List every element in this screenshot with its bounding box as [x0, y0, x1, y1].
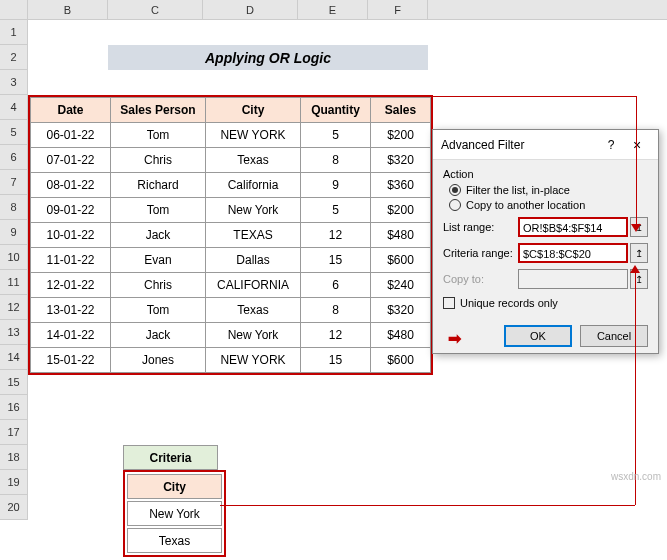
th-date[interactable]: Date — [31, 98, 111, 123]
row-header[interactable]: 14 — [0, 345, 27, 370]
select-all-cell[interactable] — [0, 0, 28, 19]
cell[interactable]: 5 — [301, 123, 371, 148]
cell[interactable]: 14-01-22 — [31, 323, 111, 348]
radio-filter-inplace[interactable]: Filter the list, in-place — [449, 184, 648, 196]
cell[interactable]: New York — [206, 198, 301, 223]
help-icon[interactable]: ? — [598, 138, 624, 152]
cell[interactable]: $320 — [371, 148, 431, 173]
close-icon[interactable]: × — [624, 137, 650, 153]
cell[interactable]: 10-01-22 — [31, 223, 111, 248]
list-range-input[interactable]: OR!$B$4:$F$14 — [518, 217, 628, 237]
unique-records-checkbox[interactable]: Unique records only — [443, 297, 648, 309]
th-city[interactable]: City — [206, 98, 301, 123]
dialog-titlebar[interactable]: Advanced Filter ? × — [433, 130, 658, 160]
cell[interactable]: Richard — [111, 173, 206, 198]
cell[interactable]: TEXAS — [206, 223, 301, 248]
row-header[interactable]: 9 — [0, 220, 27, 245]
row-header[interactable]: 13 — [0, 320, 27, 345]
data-table[interactable]: Date Sales Person City Quantity Sales 06… — [30, 97, 431, 373]
cell[interactable]: 8 — [301, 148, 371, 173]
criteria-value[interactable]: New York — [127, 501, 222, 526]
collapse-icon[interactable]: ↥ — [630, 243, 648, 263]
criteria-value[interactable]: Texas — [127, 528, 222, 553]
cancel-button[interactable]: Cancel — [580, 325, 648, 347]
cell[interactable]: 6 — [301, 273, 371, 298]
row-header[interactable]: 6 — [0, 145, 27, 170]
col-header-f[interactable]: F — [368, 0, 428, 19]
criteria-range-input[interactable]: $C$18:$C$20 — [518, 243, 628, 263]
cell[interactable]: Jack — [111, 223, 206, 248]
table-row[interactable]: 11-01-22EvanDallas15$600 — [31, 248, 431, 273]
cell[interactable]: Texas — [206, 298, 301, 323]
th-sales-person[interactable]: Sales Person — [111, 98, 206, 123]
table-row[interactable]: 15-01-22JonesNEW YORK15$600 — [31, 348, 431, 373]
row-header[interactable]: 11 — [0, 270, 27, 295]
cell[interactable]: 12 — [301, 223, 371, 248]
cell[interactable]: $200 — [371, 198, 431, 223]
criteria-header-city[interactable]: City — [127, 474, 222, 499]
cell[interactable]: 06-01-22 — [31, 123, 111, 148]
cell[interactable]: Jones — [111, 348, 206, 373]
cell[interactable]: Tom — [111, 198, 206, 223]
cell[interactable]: 08-01-22 — [31, 173, 111, 198]
radio-icon[interactable] — [449, 199, 461, 211]
row-header[interactable]: 10 — [0, 245, 27, 270]
row-header[interactable]: 5 — [0, 120, 27, 145]
cell[interactable]: $600 — [371, 348, 431, 373]
cell[interactable]: 8 — [301, 298, 371, 323]
cell[interactable]: $320 — [371, 298, 431, 323]
row-header[interactable]: 16 — [0, 395, 27, 420]
row-header[interactable]: 2 — [0, 45, 27, 70]
cell[interactable]: 15-01-22 — [31, 348, 111, 373]
cell[interactable]: $480 — [371, 223, 431, 248]
cell[interactable]: 5 — [301, 198, 371, 223]
cell[interactable]: $360 — [371, 173, 431, 198]
row-header[interactable]: 1 — [0, 20, 27, 45]
cell[interactable]: 12-01-22 — [31, 273, 111, 298]
table-row[interactable]: 08-01-22RichardCalifornia9$360 — [31, 173, 431, 198]
cell[interactable]: Dallas — [206, 248, 301, 273]
row-header[interactable]: 17 — [0, 420, 27, 445]
cell[interactable]: California — [206, 173, 301, 198]
table-row[interactable]: 10-01-22JackTEXAS12$480 — [31, 223, 431, 248]
table-row[interactable]: 12-01-22ChrisCALIFORNIA6$240 — [31, 273, 431, 298]
cell[interactable]: 12 — [301, 323, 371, 348]
table-row[interactable]: 13-01-22TomTexas8$320 — [31, 298, 431, 323]
cell[interactable]: CALIFORNIA — [206, 273, 301, 298]
col-header-b[interactable]: B — [28, 0, 108, 19]
cell[interactable]: 15 — [301, 348, 371, 373]
cell[interactable]: 15 — [301, 248, 371, 273]
cell[interactable]: Texas — [206, 148, 301, 173]
table-row[interactable]: 14-01-22JackNew York12$480 — [31, 323, 431, 348]
cell[interactable]: 09-01-22 — [31, 198, 111, 223]
radio-copy-location[interactable]: Copy to another location — [449, 199, 648, 211]
cell[interactable]: Chris — [111, 148, 206, 173]
th-sales[interactable]: Sales — [371, 98, 431, 123]
row-header[interactable]: 18 — [0, 445, 27, 470]
col-header-e[interactable]: E — [298, 0, 368, 19]
cell[interactable]: 07-01-22 — [31, 148, 111, 173]
cell[interactable]: $600 — [371, 248, 431, 273]
cell[interactable]: $200 — [371, 123, 431, 148]
cell[interactable]: $240 — [371, 273, 431, 298]
radio-icon[interactable] — [449, 184, 461, 196]
row-header[interactable]: 20 — [0, 495, 27, 520]
criteria-table[interactable]: City New York Texas — [125, 472, 224, 555]
table-row[interactable]: 06-01-22TomNEW YORK5$200 — [31, 123, 431, 148]
cell[interactable]: NEW YORK — [206, 348, 301, 373]
col-header-d[interactable]: D — [203, 0, 298, 19]
ok-button[interactable]: OK — [504, 325, 572, 347]
col-header-c[interactable]: C — [108, 0, 203, 19]
row-header[interactable]: 19 — [0, 470, 27, 495]
cell[interactable]: Tom — [111, 298, 206, 323]
table-row[interactable]: 09-01-22TomNew York5$200 — [31, 198, 431, 223]
cell[interactable]: $480 — [371, 323, 431, 348]
cell[interactable]: NEW YORK — [206, 123, 301, 148]
cell[interactable]: Evan — [111, 248, 206, 273]
row-header[interactable]: 12 — [0, 295, 27, 320]
th-quantity[interactable]: Quantity — [301, 98, 371, 123]
cell[interactable]: Chris — [111, 273, 206, 298]
cell[interactable]: 13-01-22 — [31, 298, 111, 323]
criteria-label[interactable]: Criteria — [123, 445, 218, 470]
table-row[interactable]: 07-01-22ChrisTexas8$320 — [31, 148, 431, 173]
